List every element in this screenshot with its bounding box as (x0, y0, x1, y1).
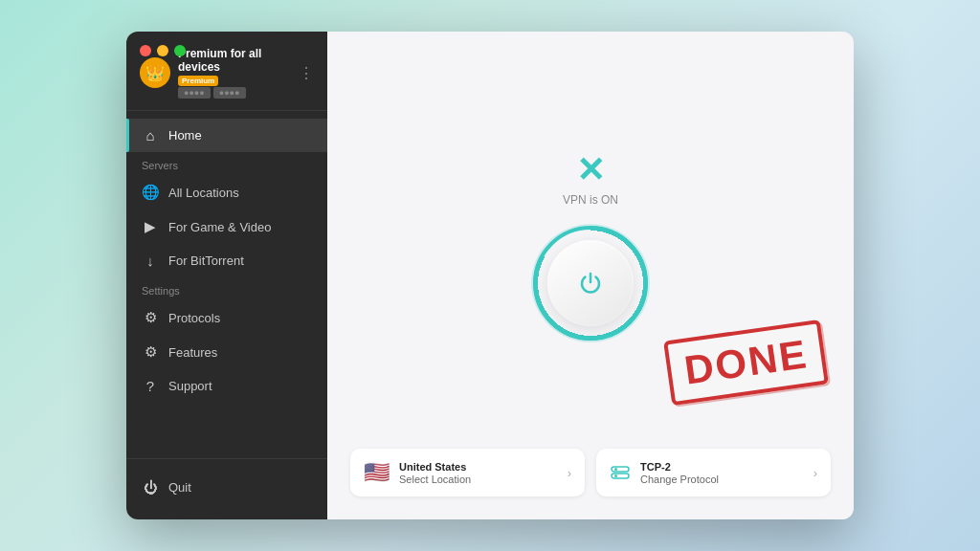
quit-icon: ⏻ (142, 479, 159, 496)
home-icon: ⌂ (142, 127, 159, 143)
minimize-dot[interactable] (157, 45, 168, 56)
vpn-status: VPN is ON (563, 193, 618, 207)
maximize-dot[interactable] (174, 45, 186, 56)
us-flag-icon: 🇺🇸 (364, 460, 390, 485)
location-card-text: United States Select Location (399, 461, 558, 485)
sidebar-item-support-label: Support (168, 379, 212, 393)
svg-rect-1 (612, 474, 629, 478)
sidebar-item-protocols[interactable]: ⚙ Protocols (126, 300, 327, 335)
select-location-label: Select Location (399, 474, 558, 485)
change-protocol-label: Change Protocol (640, 474, 804, 485)
location-card[interactable]: 🇺🇸 United States Select Location › (350, 449, 585, 496)
svg-point-3 (614, 474, 617, 477)
protocol-card[interactable]: TCP-2 Change Protocol › (596, 449, 831, 496)
done-stamp: DONE (663, 320, 829, 406)
sidebar-footer: ⏻ Quit (126, 458, 327, 519)
power-symbol-icon (576, 269, 605, 298)
globe-icon: 🌐 (142, 184, 159, 201)
servers-label: Servers (126, 152, 327, 175)
titlebar (140, 45, 186, 56)
app-window: 👑 Premium for all devices Premium ●●●● ●… (126, 32, 854, 519)
sidebar-item-support[interactable]: ? Support (126, 369, 327, 403)
premium-badge: Premium (178, 76, 218, 86)
country-label: United States (399, 461, 558, 473)
sidebar-item-protocols-label: Protocols (168, 311, 220, 325)
game-icon: ▶ (142, 218, 159, 235)
header-sub: ●●●● ●●●● (178, 87, 299, 99)
vpn-section: ✕ VPN is ON (533, 45, 648, 449)
location-chevron-icon: › (568, 466, 571, 480)
quit-button[interactable]: ⏻ Quit (126, 471, 327, 504)
protocols-icon: ⚙ (142, 309, 159, 326)
main-content: ✕ VPN is ON 🇺🇸 United States (327, 32, 854, 519)
settings-label: Settings (126, 277, 327, 300)
brand-x-icon: ✕ (576, 153, 605, 187)
protocol-card-text: TCP-2 Change Protocol (640, 461, 804, 485)
sidebar: 👑 Premium for all devices Premium ●●●● ●… (126, 32, 327, 519)
sidebar-item-game-video[interactable]: ▶ For Game & Video (126, 209, 327, 244)
torrent-icon: ↓ (142, 253, 159, 269)
sidebar-item-features-label: Features (168, 345, 217, 360)
sidebar-item-all-locations-label: All Locations (168, 186, 239, 200)
sub-part-1: ●●●● (178, 87, 211, 99)
protocol-label: TCP-2 (640, 461, 804, 473)
sidebar-header: 👑 Premium for all devices Premium ●●●● ●… (126, 32, 327, 111)
sidebar-item-bittorrent[interactable]: ↓ For BitTorrent (126, 244, 327, 277)
sidebar-item-bittorrent-label: For BitTorrent (168, 253, 244, 268)
more-menu-icon[interactable]: ⋮ (299, 64, 314, 82)
sidebar-item-home[interactable]: ⌂ Home (126, 119, 327, 152)
bottom-cards: 🇺🇸 United States Select Location › (350, 449, 831, 496)
sidebar-item-all-locations[interactable]: 🌐 All Locations (126, 175, 327, 209)
header-text: Premium for all devices Premium ●●●● ●●●… (178, 47, 299, 99)
close-dot[interactable] (140, 45, 151, 56)
power-button[interactable] (547, 240, 634, 326)
protocol-chevron-icon: › (813, 466, 817, 480)
power-ring (533, 226, 648, 341)
quit-label: Quit (168, 480, 191, 495)
sidebar-item-features[interactable]: ⚙ Features (126, 335, 327, 369)
svg-point-2 (614, 468, 617, 471)
sidebar-item-home-label: Home (168, 128, 202, 143)
sidebar-item-game-video-label: For Game & Video (168, 220, 271, 234)
nav-main: ⌂ Home Servers 🌐 All Locations ▶ For Gam… (126, 111, 327, 410)
svg-rect-0 (612, 467, 629, 472)
sub-part-2: ●●●● (213, 87, 246, 99)
support-icon: ? (142, 378, 159, 394)
header-title: Premium for all devices (178, 47, 299, 74)
features-icon: ⚙ (142, 343, 159, 361)
protocol-icon (610, 462, 631, 483)
crown-icon: 👑 (140, 57, 170, 88)
